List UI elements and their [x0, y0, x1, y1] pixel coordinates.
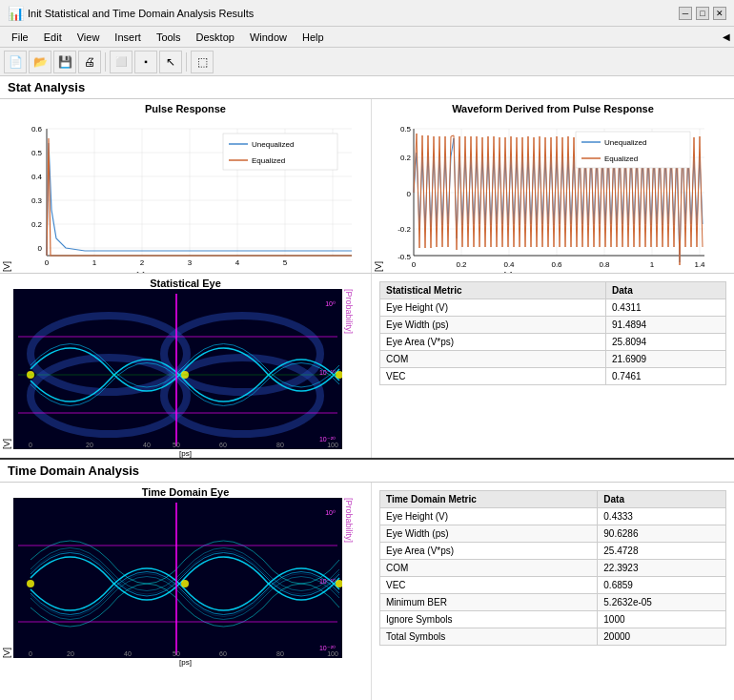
stat-eye-container: Statistical Eye [V]: [0, 274, 372, 458]
svg-text:10⁰: 10⁰: [325, 300, 336, 307]
metric-value-cell: 25.8094: [606, 334, 726, 351]
stat-section-header: Stat Analysis: [0, 76, 734, 99]
table-row: Minimum BER5.2632e-05: [380, 594, 726, 611]
menu-insert[interactable]: Insert: [107, 30, 149, 45]
time-eye-x-label: [ps]: [0, 658, 371, 667]
table-row: Eye Width (ps)90.6286: [380, 525, 726, 543]
metric-name-cell: COM: [380, 351, 606, 368]
window-controls[interactable]: ─ □ ✕: [679, 7, 726, 20]
menu-file[interactable]: File: [4, 30, 36, 45]
cursor-button[interactable]: ↖: [159, 51, 182, 73]
toolbar-arrow: ◀: [723, 31, 730, 42]
svg-text:4: 4: [235, 258, 240, 267]
menu-window[interactable]: Window: [242, 30, 295, 45]
table-row: Total Symbols20000: [380, 628, 726, 646]
menu-edit[interactable]: Edit: [36, 30, 70, 45]
time-metrics-table: Time Domain Metric Data Eye Height (V)0.…: [379, 490, 726, 646]
svg-text:0.4: 0.4: [31, 173, 43, 181]
stat-metrics-table: Statistical Metric Data Eye Height (V)0.…: [379, 281, 726, 385]
svg-text:2: 2: [140, 258, 145, 267]
svg-text:20: 20: [67, 650, 74, 657]
metric-value-cell: 5.2632e-05: [598, 594, 726, 611]
toolbar: 📄 📂 💾 🖨 ⬜ ▪ ↖ ⬚: [0, 48, 734, 76]
svg-text:0: 0: [29, 650, 32, 657]
menu-bar: File Edit View Insert Tools Desktop Wind…: [0, 27, 734, 48]
svg-text:60: 60: [219, 650, 227, 657]
metric-name-cell: Eye Height (V): [380, 508, 598, 525]
stat-eye-prob-label: [Probability]: [342, 289, 356, 449]
menu-view[interactable]: View: [70, 30, 108, 45]
menu-help[interactable]: Help: [295, 30, 332, 45]
svg-text:10⁰: 10⁰: [325, 509, 336, 516]
metric-value-cell: 25.4728: [598, 543, 726, 560]
stat-eye-x-label: [ps]: [0, 449, 371, 458]
metric-name-cell: Eye Width (ps): [380, 317, 606, 334]
time-domain-section: Time Domain Analysis Time Domain Eye [V]: [0, 460, 734, 700]
waveform-chart: 0.5 0.2 0 -0.2 -0.5 0 0.2 0.4 0.6 0.8 1 …: [385, 114, 714, 272]
metric-name-cell: Eye Area (V*ps): [380, 334, 606, 351]
metric-name-cell: Ignore Symbols: [380, 611, 598, 628]
svg-text:50: 50: [173, 650, 180, 657]
insert-button[interactable]: ⬚: [191, 51, 214, 73]
svg-text:0.5: 0.5: [400, 125, 412, 134]
svg-text:10⁻¹⁰: 10⁻¹⁰: [319, 578, 336, 585]
svg-text:40: 40: [143, 442, 151, 448]
menu-tools[interactable]: Tools: [149, 30, 189, 45]
svg-text:Equalized: Equalized: [252, 156, 285, 165]
time-eye-chart: 10⁰ 10⁻¹⁰ 10⁻²⁰ 0 20 40 50 60 80 100: [13, 498, 342, 658]
pulse-y-axis-label: [V]: [0, 114, 13, 272]
metric-value-cell: 1000: [598, 611, 726, 628]
stat-eye-chart: 10⁰ 10⁻¹⁰ 10⁻²⁰ 0 20 40 50 60 80 100: [13, 289, 342, 449]
metric-name-cell: Eye Width (ps): [380, 525, 598, 543]
close-button[interactable]: ✕: [713, 7, 726, 20]
save-button[interactable]: 💾: [53, 51, 76, 73]
svg-text:1: 1: [92, 258, 97, 267]
time-eye-container: Time Domain Eye [V]: [0, 483, 372, 700]
svg-text:100: 100: [327, 442, 338, 448]
open-button[interactable]: 📂: [29, 51, 51, 73]
metric-value-cell: 0.7461: [606, 368, 726, 385]
svg-text:Unequalized: Unequalized: [252, 140, 294, 149]
metric-value-cell: 90.6286: [598, 525, 726, 543]
svg-text:0: 0: [45, 258, 50, 267]
svg-text:80: 80: [276, 442, 284, 448]
stat-metric-col-header: Statistical Metric: [380, 282, 606, 299]
menu-desktop[interactable]: Desktop: [189, 30, 242, 45]
svg-text:0: 0: [412, 260, 417, 269]
table-row: COM21.6909: [380, 351, 726, 368]
zoom-out-button[interactable]: ▪: [134, 51, 157, 73]
svg-text:0.2: 0.2: [456, 260, 467, 269]
svg-text:Equalized: Equalized: [604, 154, 638, 163]
svg-text:Unequalized: Unequalized: [604, 138, 646, 147]
print-button[interactable]: 🖨: [78, 51, 101, 73]
svg-text:1.4: 1.4: [694, 260, 705, 269]
stat-analysis-section: Stat Analysis Pulse Response [V]: [0, 76, 734, 460]
table-row: Eye Area (V*ps)25.8094: [380, 334, 726, 351]
svg-text:0: 0: [407, 190, 412, 198]
metric-value-cell: 21.6909: [606, 351, 726, 368]
time-data-col-header: Data: [598, 491, 726, 508]
svg-text:-0.2: -0.2: [398, 225, 411, 234]
time-eye-prob-label: [Probability]: [342, 498, 356, 658]
svg-text:60: 60: [219, 442, 227, 448]
svg-point-84: [27, 580, 34, 587]
table-row: Eye Width (ps)91.4894: [380, 317, 726, 334]
table-row: Ignore Symbols1000: [380, 611, 726, 628]
svg-text:0.3: 0.3: [31, 196, 43, 205]
pulse-response-container: Pulse Response [V]: [0, 99, 372, 273]
minimize-button[interactable]: ─: [679, 7, 692, 20]
table-row: Eye Height (V)0.4311: [380, 299, 726, 317]
new-button[interactable]: 📄: [4, 51, 27, 73]
svg-text:50: 50: [173, 442, 180, 448]
svg-text:3: 3: [188, 258, 193, 267]
svg-text:0.2: 0.2: [400, 154, 412, 162]
zoom-in-button[interactable]: ⬜: [110, 51, 133, 73]
maximize-button[interactable]: □: [696, 7, 709, 20]
metric-name-cell: Minimum BER: [380, 594, 598, 611]
time-eye-y-label: [V]: [0, 498, 13, 658]
time-section-header: Time Domain Analysis: [0, 460, 734, 483]
metric-value-cell: 20000: [598, 628, 726, 646]
svg-text:0.4: 0.4: [503, 260, 515, 269]
svg-text:0.5: 0.5: [31, 149, 43, 157]
svg-text:20: 20: [86, 442, 93, 448]
